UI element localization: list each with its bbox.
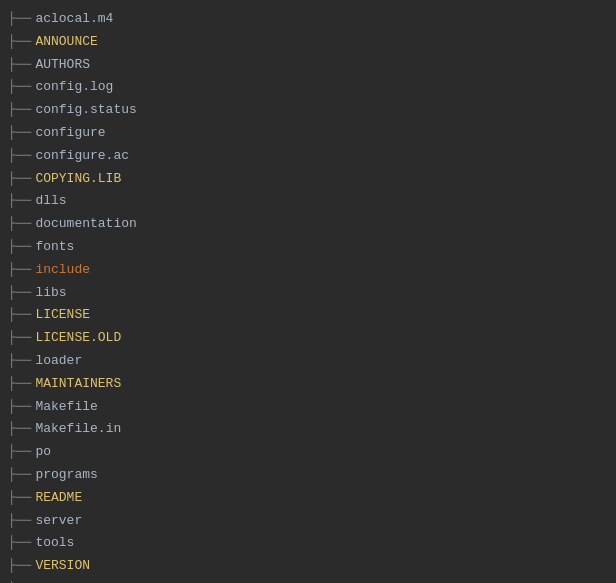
list-item[interactable]: ├── AUTHORS [0, 54, 616, 77]
list-item[interactable]: ├── tools [0, 532, 616, 555]
tree-connector: ├── [8, 556, 31, 577]
file-name: Makefile [35, 397, 97, 418]
tree-connector: ├── [8, 100, 31, 121]
list-item[interactable]: ├── ANNOUNCE [0, 31, 616, 54]
file-name: MAINTAINERS [35, 374, 121, 395]
tree-connector: ├── [8, 488, 31, 509]
tree-connector: ├── [8, 32, 31, 53]
tree-connector: ├── [8, 77, 31, 98]
tree-connector: ├── [8, 511, 31, 532]
file-name: COPYING.LIB [35, 169, 121, 190]
list-item[interactable]: ├── README [0, 487, 616, 510]
tree-connector: ├── [8, 9, 31, 30]
file-name: Makefile.in [35, 419, 121, 440]
tree-connector: ├── [8, 260, 31, 281]
file-name: wine -> tools/winewrapper [35, 579, 230, 583]
list-item[interactable]: ├── Makefile [0, 396, 616, 419]
file-name: dlls [35, 191, 66, 212]
tree-connector: ├── [8, 55, 31, 76]
list-item[interactable]: ├── Makefile.in [0, 418, 616, 441]
file-name: aclocal.m4 [35, 9, 113, 30]
file-name: LICENSE [35, 305, 90, 326]
list-item[interactable]: ├── dlls [0, 190, 616, 213]
file-name: LICENSE.OLD [35, 328, 121, 349]
file-name: config.status [35, 100, 136, 121]
tree-connector: ├── [8, 191, 31, 212]
file-name: programs [35, 465, 97, 486]
file-name: tools [35, 533, 74, 554]
tree-connector: ├── [8, 533, 31, 554]
list-item[interactable]: ├── include [0, 259, 616, 282]
file-name: config.log [35, 77, 113, 98]
tree-connector: ├── [8, 465, 31, 486]
list-item[interactable]: ├── libs [0, 282, 616, 305]
list-item[interactable]: ├── LICENSE.OLD [0, 327, 616, 350]
file-name: po [35, 442, 51, 463]
list-item[interactable]: ├── loader [0, 350, 616, 373]
tree-connector: ├── [8, 374, 31, 395]
file-name: fonts [35, 237, 74, 258]
list-item[interactable]: ├── config.log [0, 76, 616, 99]
file-name: configure [35, 123, 105, 144]
list-item[interactable]: ├── LICENSE [0, 304, 616, 327]
file-name: VERSION [35, 556, 90, 577]
file-name: ANNOUNCE [35, 32, 97, 53]
tree-connector: ├── [8, 442, 31, 463]
list-item[interactable]: ├── server [0, 510, 616, 533]
tree-connector: ├── [8, 419, 31, 440]
file-name: include [35, 260, 90, 281]
file-extension: .in [98, 421, 121, 436]
file-name: libs [35, 283, 66, 304]
list-item[interactable]: ├── VERSION [0, 555, 616, 578]
tree-connector: ├── [8, 351, 31, 372]
tree-connector: └── [8, 579, 31, 583]
file-name: AUTHORS [35, 55, 90, 76]
list-item[interactable]: ├── COPYING.LIB [0, 168, 616, 191]
tree-connector: ├── [8, 237, 31, 258]
list-item[interactable]: ├── configure [0, 122, 616, 145]
tree-connector: ├── [8, 123, 31, 144]
list-item[interactable]: ├── fonts [0, 236, 616, 259]
list-item[interactable]: ├── documentation [0, 213, 616, 236]
file-tree: ├── aclocal.m4 ├── ANNOUNCE ├── AUTHORS … [0, 8, 616, 583]
list-item[interactable]: ├── MAINTAINERS [0, 373, 616, 396]
list-item[interactable]: ├── programs [0, 464, 616, 487]
tree-connector: ├── [8, 283, 31, 304]
tree-connector: ├── [8, 305, 31, 326]
tree-connector: ├── [8, 214, 31, 235]
file-name: configure.ac [35, 146, 129, 167]
list-item[interactable]: ├── po [0, 441, 616, 464]
file-name: README [35, 488, 82, 509]
tree-connector: ├── [8, 169, 31, 190]
tree-connector: ├── [8, 146, 31, 167]
list-item[interactable]: └── wine -> tools/winewrapper [0, 578, 616, 583]
tree-connector: ├── [8, 328, 31, 349]
tree-connector: ├── [8, 397, 31, 418]
file-name: server [35, 511, 82, 532]
list-item[interactable]: ├── aclocal.m4 [0, 8, 616, 31]
file-name: loader [35, 351, 82, 372]
list-item[interactable]: ├── config.status [0, 99, 616, 122]
file-name: documentation [35, 214, 136, 235]
list-item[interactable]: ├── configure.ac [0, 145, 616, 168]
